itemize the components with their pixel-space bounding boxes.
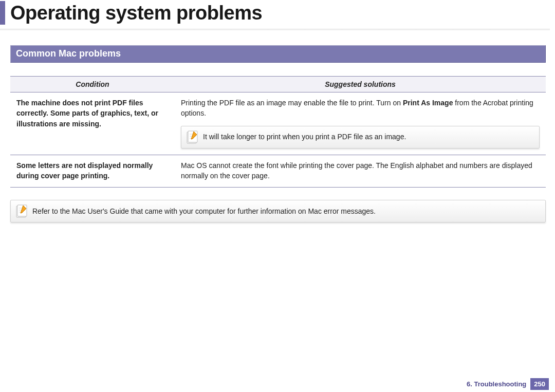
section-heading: Common Mac problems [10, 45, 546, 63]
solution-text-bold: Print As Image [403, 99, 453, 107]
solution-text-pre: Printing the PDF file as an image may en… [181, 99, 403, 107]
title-row: Operating system problems [0, 1, 555, 25]
cell-solution: Mac OS cannot create the font while prin… [175, 155, 546, 188]
problems-table: Condition Suggested solutions The machin… [10, 76, 546, 188]
footnote-text: Refer to the Mac User's Guide that came … [32, 207, 376, 215]
cell-solution: Printing the PDF file as an image may en… [175, 92, 546, 155]
table-row: Some letters are not displayed normally … [10, 155, 546, 188]
note-text: It will take longer to print when you pr… [203, 132, 406, 142]
page-title: Operating system problems [10, 2, 262, 24]
footer-chapter: 6. Troubleshooting [467, 380, 527, 388]
note-pencil-icon [187, 130, 198, 144]
cell-condition: The machine does not print PDF files cor… [10, 92, 175, 155]
document-page: Operating system problems Common Mac pro… [0, 1, 555, 392]
content-area: Common Mac problems Condition Suggested … [0, 31, 555, 222]
footer: 6. Troubleshooting 250 [467, 378, 549, 390]
cell-condition: Some letters are not displayed normally … [10, 155, 175, 188]
note-pencil-icon [16, 204, 27, 218]
table-header-row: Condition Suggested solutions [10, 77, 546, 92]
footnote-box: Refer to the Mac User's Guide that came … [10, 200, 546, 222]
col-header-condition: Condition [10, 77, 175, 92]
table-row: The machine does not print PDF files cor… [10, 92, 546, 155]
footer-page-number: 250 [530, 378, 549, 390]
col-header-solutions: Suggested solutions [175, 77, 546, 92]
note-box: It will take longer to print when you pr… [181, 126, 540, 148]
title-accent-bar [0, 1, 5, 25]
